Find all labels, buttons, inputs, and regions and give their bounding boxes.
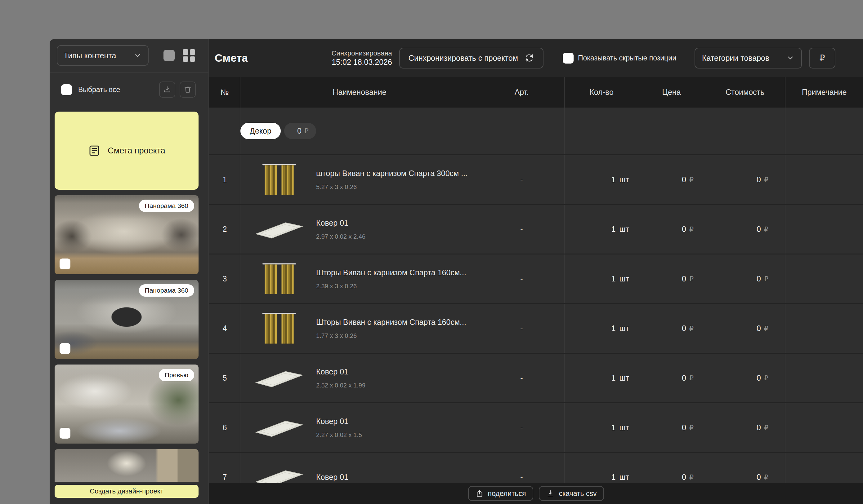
select-all-checkbox[interactable]: [61, 84, 72, 95]
table-row[interactable]: 5 Ковер 01 2.52 x 0.02 x 1.99 - 1шт 0₽: [209, 354, 863, 403]
carpet-icon: [253, 367, 305, 389]
product-categories-dropdown[interactable]: Категории товаров: [695, 48, 802, 68]
product-note: [786, 205, 863, 254]
table-header: № Наименование Арт. Кол-во Цена Стоимост…: [209, 77, 863, 107]
thumbnail-badge: Превью: [159, 369, 194, 381]
download-selected-button[interactable]: [159, 81, 175, 98]
sync-status: Синхронизирована 15:02 18.03.2026: [332, 49, 392, 67]
select-all-label: Выбрать все: [78, 86, 120, 94]
product-note: [786, 304, 863, 353]
unit-label: шт: [619, 473, 629, 482]
ruble-icon: ₽: [764, 225, 768, 233]
thumbnail-checkbox[interactable]: [60, 343, 71, 354]
table-row[interactable]: 4 Шторы Виван с карнизом Спарта 160см...…: [209, 304, 863, 354]
share-button-label: поделиться: [488, 489, 526, 498]
product-name: Ковер 01: [316, 417, 362, 426]
category-total-chip: 0₽: [284, 123, 316, 139]
grid-view-icon: [183, 49, 195, 62]
ruble-icon: ₽: [689, 225, 693, 233]
column-header-note: Примечание: [786, 77, 863, 107]
product-article: -: [479, 304, 565, 353]
content-types-dropdown[interactable]: Типы контента: [57, 45, 149, 66]
ruble-icon: ₽: [689, 176, 693, 184]
product-quantity: 1шт: [565, 453, 638, 483]
column-header-name: Наименование: [240, 77, 479, 107]
ruble-icon: ₽: [764, 324, 768, 333]
create-project-button[interactable]: Создать дизайн-проект: [54, 485, 199, 498]
product-dimensions: 1.77 x 3 x 0.26: [316, 332, 466, 339]
product-price: 0₽: [638, 155, 704, 204]
download-icon: [163, 85, 172, 94]
refresh-icon: [524, 53, 534, 63]
ruble-icon: ₽: [689, 473, 693, 481]
single-view-button[interactable]: [163, 50, 175, 61]
view-toggles: [163, 49, 195, 62]
content-types-label: Типы контента: [64, 51, 116, 60]
table-row[interactable]: 7 Ковер 01 - 1шт 0₽ 0₽: [209, 453, 863, 483]
show-hidden-checkbox[interactable]: [563, 53, 574, 64]
product-dimensions: 2.52 x 0.02 x 1.99: [316, 382, 365, 389]
carpet-icon: [253, 417, 305, 438]
product-thumbnail: [253, 467, 305, 483]
sync-status-time: 15:02 18.03.2026: [332, 57, 392, 67]
carpet-icon: [253, 467, 305, 483]
estimate-card-label: Смета проекта: [108, 146, 165, 156]
product-article: -: [479, 155, 565, 204]
product-note: [786, 403, 863, 452]
product-article: -: [479, 453, 565, 483]
ruble-icon: ₽: [764, 473, 768, 481]
download-csv-label: скачать csv: [559, 489, 597, 498]
content-thumbnail[interactable]: Панорама 360: [54, 195, 199, 274]
row-number: 4: [209, 304, 240, 353]
sync-status-label: Синхронизирована: [332, 49, 392, 57]
content-thumbnail[interactable]: Превью: [54, 364, 199, 443]
product-quantity: 1шт: [565, 255, 638, 303]
sync-button-label: Синхронизировать с проектом: [409, 54, 518, 63]
product-thumbnail: [253, 367, 305, 389]
row-number: 2: [209, 205, 240, 254]
product-price: 0₽: [638, 403, 704, 452]
thumbnail-checkbox[interactable]: [60, 428, 71, 439]
content-thumbnail[interactable]: [54, 449, 199, 482]
share-button[interactable]: поделиться: [468, 486, 534, 501]
curtains-icon: [262, 163, 297, 197]
table-row[interactable]: 2 Ковер 01 2.97 x 0.02 x 2.46 - 1шт 0₽: [209, 205, 863, 255]
product-article: -: [479, 205, 565, 254]
grid-view-button[interactable]: [183, 49, 195, 62]
document-icon: [88, 144, 101, 157]
table-row[interactable]: 3 Шторы Виван с карнизом Спарта 160см...…: [209, 255, 863, 304]
product-thumbnail: [253, 311, 305, 346]
product-note: [786, 354, 863, 402]
ruble-icon: ₽: [689, 374, 693, 382]
unit-label: шт: [619, 175, 629, 184]
product-thumbnail: [253, 163, 305, 197]
ruble-icon: ₽: [689, 324, 693, 333]
desktop-background: Типы контента Выбрать все: [0, 0, 863, 504]
product-dimensions: 5.27 x 3 x 0.26: [316, 183, 467, 191]
column-header-art: Арт.: [479, 77, 565, 107]
thumbnail-checkbox[interactable]: [60, 259, 71, 269]
row-number: 5: [209, 354, 240, 402]
sidebar: Типы контента Выбрать все: [50, 39, 209, 504]
category-chip-decor[interactable]: Декор: [240, 123, 281, 139]
ruble-icon: ₽: [764, 176, 768, 184]
product-quantity: 1шт: [565, 205, 638, 254]
category-group-row: Декор 0₽: [209, 107, 863, 155]
delete-selected-button[interactable]: [179, 81, 196, 98]
currency-button[interactable]: ₽: [809, 48, 835, 68]
sync-with-project-button[interactable]: Синхронизировать с проектом: [399, 48, 543, 68]
row-number: 1: [209, 155, 240, 204]
footer-bar: поделиться скачать csv: [209, 483, 863, 504]
product-article: -: [479, 255, 565, 303]
download-csv-button[interactable]: скачать csv: [539, 486, 604, 501]
chevron-down-icon: [786, 54, 795, 62]
table-row[interactable]: 6 Ковер 01 2.27 x 0.02 x 1.5 - 1шт 0₽ 0: [209, 403, 863, 453]
thumbnail-badge: Панорама 360: [139, 284, 194, 297]
content-thumbnail[interactable]: Панорама 360: [54, 280, 199, 359]
sidebar-toolbar: Типы контента: [50, 39, 209, 73]
estimate-card[interactable]: Смета проекта: [54, 112, 199, 190]
product-name: Ковер 01: [316, 219, 365, 228]
table-row[interactable]: 1 шторы Виван с карнизом Спарта 300см ..…: [209, 155, 863, 205]
product-thumbnail: [253, 262, 305, 296]
product-note: [786, 155, 863, 204]
